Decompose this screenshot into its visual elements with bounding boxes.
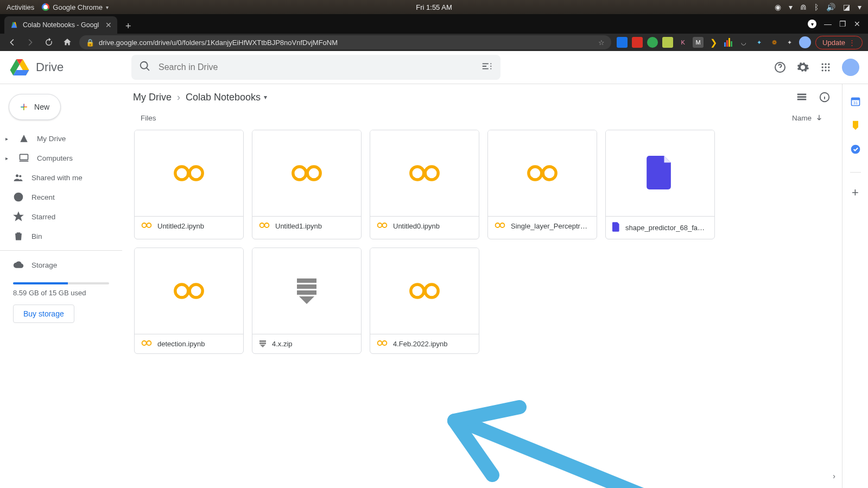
- svg-point-8: [822, 63, 823, 65]
- svg-point-11: [822, 66, 823, 68]
- window-restore-button[interactable]: ❐: [839, 20, 846, 28]
- sidebar-item-label: Starred: [31, 213, 55, 221]
- breadcrumb-current[interactable]: Colab Notebooks ▾: [186, 92, 267, 103]
- extension-icon[interactable]: ❯: [708, 37, 719, 48]
- pocket-icon[interactable]: ◡: [738, 37, 749, 48]
- storage-bar: [13, 282, 109, 284]
- file-type-icon: [141, 340, 152, 348]
- file-thumbnail: [488, 130, 597, 216]
- svg-rect-5: [728, 38, 730, 47]
- add-addon-button[interactable]: +: [852, 186, 859, 200]
- chevron-down-icon: ▾: [106, 4, 109, 10]
- extension-icon[interactable]: [632, 37, 643, 48]
- extensions-puzzle-icon[interactable]: ✦: [784, 37, 795, 48]
- svg-point-27: [307, 167, 320, 180]
- svg-rect-4: [726, 40, 728, 47]
- sidebar-item-bin[interactable]: Bin: [0, 226, 122, 246]
- file-tile[interactable]: shape_predictor_68_fa…: [605, 130, 715, 239]
- sidebar-item-shared[interactable]: Shared with me: [0, 168, 122, 187]
- profile-avatar[interactable]: [799, 36, 811, 48]
- search-options-icon[interactable]: [481, 60, 493, 74]
- file-name: detection.ipynb: [157, 340, 205, 348]
- file-tile[interactable]: Untitled2.ipynb: [134, 130, 244, 239]
- search-bar[interactable]: [131, 55, 500, 80]
- file-type-icon: [259, 340, 267, 347]
- file-name: Single_layer_Perceptro…: [511, 222, 590, 230]
- file-name: shape_predictor_68_fa…: [625, 224, 705, 232]
- file-tile[interactable]: Single_layer_Perceptro…: [487, 130, 597, 239]
- system-tray[interactable]: ◉▾ ⋒ ᛒ 🔊 ◪▾: [775, 3, 861, 11]
- downloads-indicator-icon[interactable]: ▾: [808, 20, 816, 28]
- file-tile[interactable]: 4.Feb.2022.ipynb: [370, 248, 479, 354]
- svg-point-37: [500, 223, 504, 227]
- window-minimize-button[interactable]: —: [824, 20, 832, 28]
- file-tile[interactable]: Untitled0.ipynb: [370, 130, 479, 239]
- drive-favicon-icon: [10, 21, 18, 29]
- clock[interactable]: Fri 1:55 AM: [416, 3, 452, 11]
- extension-icon[interactable]: [723, 37, 734, 48]
- nav-home-button[interactable]: [61, 36, 74, 49]
- sidebar-item-computers[interactable]: ▸ Computers: [0, 148, 122, 168]
- extension-icon[interactable]: [617, 37, 628, 48]
- drive-product-name: Drive: [36, 60, 64, 74]
- file-tile[interactable]: detection.ipynb: [134, 248, 244, 354]
- buy-storage-button[interactable]: Buy storage: [13, 305, 74, 323]
- extension-icon[interactable]: ✦: [753, 37, 764, 48]
- volume-icon[interactable]: 🔊: [826, 3, 835, 11]
- apps-grid-icon[interactable]: [819, 61, 832, 74]
- extension-icon[interactable]: [647, 37, 658, 48]
- sidebar-item-recent[interactable]: Recent: [0, 187, 122, 207]
- file-tile[interactable]: Untitled1.ipynb: [252, 130, 362, 239]
- search-icon[interactable]: [139, 60, 151, 74]
- update-button[interactable]: Update⋮: [815, 36, 863, 49]
- new-button[interactable]: + New: [9, 94, 61, 120]
- battery-icon[interactable]: ◪: [843, 3, 850, 11]
- calendar-icon[interactable]: 31: [850, 96, 861, 107]
- file-tile[interactable]: 4.x.zip: [252, 248, 362, 354]
- breadcrumb-root[interactable]: My Drive: [133, 92, 172, 103]
- new-tab-button[interactable]: +: [121, 18, 136, 34]
- account-avatar[interactable]: [842, 59, 859, 76]
- tasks-icon[interactable]: [850, 144, 861, 155]
- tab-close-button[interactable]: ✕: [105, 21, 112, 29]
- keep-icon[interactable]: [850, 120, 861, 131]
- bluetooth-icon[interactable]: ᛒ: [814, 3, 819, 11]
- search-input[interactable]: [159, 62, 473, 72]
- extension-icon[interactable]: K: [677, 37, 688, 48]
- list-view-toggle[interactable]: [795, 91, 808, 104]
- extensions-row: K M ❯ ◡ ✦ ❁ ✦ Update⋮: [617, 36, 863, 49]
- help-icon[interactable]: [774, 61, 787, 74]
- extension-icon[interactable]: [662, 37, 673, 48]
- nav-forward-button[interactable]: [24, 36, 37, 49]
- sidebar-item-my-drive[interactable]: ▸ My Drive: [0, 129, 122, 148]
- sort-button[interactable]: Name: [792, 113, 823, 122]
- settings-gear-icon[interactable]: [796, 61, 809, 74]
- window-close-button[interactable]: ✕: [854, 20, 860, 28]
- sidebar-item-starred[interactable]: Starred: [0, 207, 122, 226]
- svg-point-29: [264, 223, 269, 227]
- computers-icon: [18, 153, 29, 163]
- clock-icon: [13, 192, 24, 202]
- expand-icon[interactable]: ▸: [5, 155, 11, 161]
- file-thumbnail: [370, 248, 479, 334]
- file-thumbnail: [252, 248, 361, 334]
- active-app-indicator[interactable]: Google Chrome ▾: [42, 3, 109, 11]
- bookmark-star-icon[interactable]: ☆: [598, 39, 605, 47]
- extension-icon[interactable]: ❁: [769, 37, 780, 48]
- extension-icon[interactable]: M: [693, 37, 704, 48]
- os-top-bar: Activities Google Chrome ▾ Fri 1:55 AM ◉…: [0, 0, 868, 14]
- address-bar[interactable]: 🔒 drive.google.com/drive/u/0/folders/1Kd…: [79, 35, 611, 49]
- details-info-icon[interactable]: [818, 91, 831, 104]
- side-panel-toggle[interactable]: ›: [833, 472, 835, 480]
- wifi-icon[interactable]: ⋒: [800, 3, 807, 11]
- drive-logo[interactable]: Drive: [9, 56, 123, 78]
- activities-button[interactable]: Activities: [7, 3, 34, 11]
- nav-reload-button[interactable]: [42, 36, 55, 49]
- browser-tab[interactable]: Colab Notebooks - Googl ✕: [4, 16, 117, 34]
- svg-rect-3: [724, 42, 726, 47]
- expand-icon[interactable]: ▸: [5, 136, 11, 142]
- accessibility-icon[interactable]: ◉: [775, 3, 781, 11]
- nav-back-button[interactable]: [5, 36, 18, 49]
- sidebar-item-storage[interactable]: Storage: [0, 255, 122, 275]
- svg-point-36: [496, 223, 500, 227]
